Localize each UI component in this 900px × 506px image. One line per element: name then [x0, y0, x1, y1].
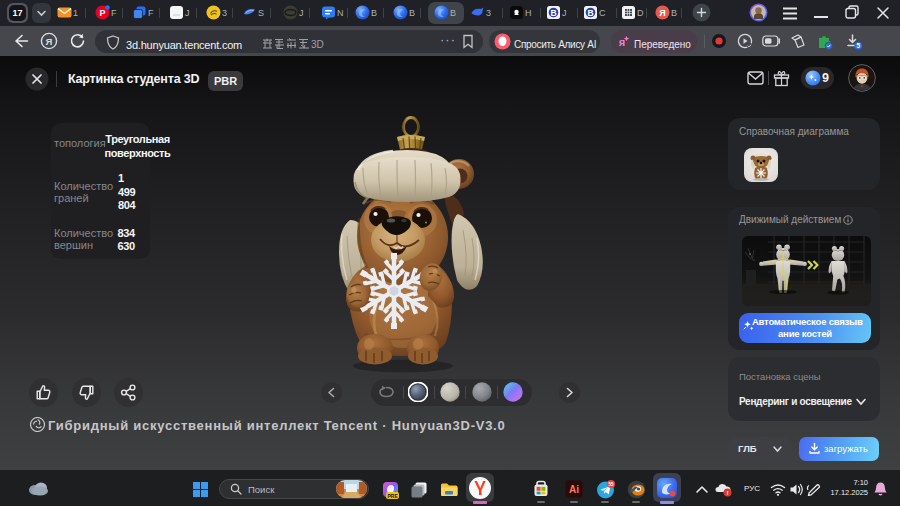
svg-text:!: !: [727, 490, 729, 496]
svg-text:55: 55: [608, 481, 614, 486]
svg-text:Я: Я: [659, 8, 665, 18]
svg-text:B: B: [587, 8, 593, 18]
svg-text:3D: 3D: [311, 39, 324, 50]
svg-text:5: 5: [856, 42, 860, 49]
svg-text:Я: Я: [46, 36, 53, 47]
svg-text:P: P: [99, 8, 105, 18]
svg-text:Ai: Ai: [569, 484, 579, 495]
svg-text:B: B: [550, 8, 556, 18]
svg-text:я: я: [619, 36, 625, 48]
